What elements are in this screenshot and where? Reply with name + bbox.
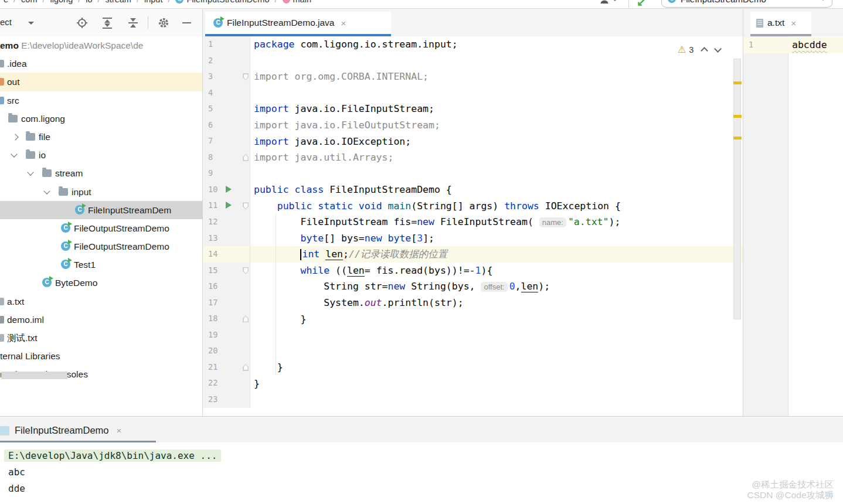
code-line-14[interactable]: 14 int len;//记录读取数据的位置 xyxy=(203,246,743,263)
panel-splitter[interactable] xyxy=(743,9,743,416)
code-line-2[interactable]: 2 xyxy=(203,53,743,69)
green-arrow-icon[interactable]: ↙ xyxy=(637,0,646,9)
code-line-8[interactable]: 8import java.util.Arrays; xyxy=(203,149,743,166)
tree-item-src[interactable]: src xyxy=(0,91,202,110)
console-tab[interactable]: FileInputStreamDemo × xyxy=(0,421,125,440)
horizontal-scrollbar[interactable] xyxy=(1,372,67,379)
code-editor[interactable]: 1package com.ligong.io.stream.input;23im… xyxy=(203,36,743,416)
close-icon[interactable]: × xyxy=(791,18,796,28)
code-line-17[interactable]: 17 System.out.println(str); xyxy=(203,295,743,311)
fold-marker-icon[interactable] xyxy=(243,73,249,80)
warning-stripe-mark[interactable] xyxy=(733,137,742,139)
fold-marker-icon[interactable] xyxy=(243,315,249,322)
breadcrumb-item[interactable]: CFileInputStreamDemo xyxy=(175,0,269,4)
previous-warning-icon[interactable] xyxy=(701,47,709,55)
settings-gear-icon[interactable] xyxy=(157,16,170,29)
code-line-7[interactable]: 7import java.io.IOException; xyxy=(203,133,743,149)
chevron-down-icon[interactable] xyxy=(43,188,50,194)
tree-item-out[interactable]: out xyxy=(0,73,202,91)
code-segment xyxy=(319,248,325,260)
tree-item-com-ligong[interactable]: com.ligong xyxy=(0,110,202,128)
divider xyxy=(628,0,629,8)
vertical-scrollbar[interactable] xyxy=(733,59,741,319)
tab-fileinputstreamdemo-java[interactable]: C FileInputStreamDemo.java × xyxy=(205,12,391,36)
fold-marker-icon[interactable] xyxy=(243,267,249,274)
breadcrumb-item[interactable]: stream xyxy=(106,0,131,4)
run-icon[interactable] xyxy=(226,186,232,193)
code-segment: len xyxy=(325,248,343,260)
chevron-right-icon[interactable] xyxy=(12,134,18,140)
breadcrumb-separator: / xyxy=(98,0,100,4)
chevron-down-icon[interactable] xyxy=(11,151,17,157)
code-line-21[interactable]: 21 } xyxy=(203,359,743,376)
tree-item-fileoutputstreamdemo[interactable]: CFileOutputStreamDemo xyxy=(0,237,202,256)
code-line-20[interactable]: 20 xyxy=(203,343,743,359)
tree-item-file[interactable]: file xyxy=(0,128,202,146)
tree-item--txt[interactable]: 测试.txt xyxy=(0,329,202,347)
code-line-6[interactable]: 6import java.io.FileOutputStream; xyxy=(203,117,743,134)
code-segment: String str= xyxy=(254,281,387,292)
breadcrumb-item[interactable]: e xyxy=(4,0,8,4)
tree-item-io[interactable]: io xyxy=(0,146,202,164)
tree-item-fileoutputstreamdemo[interactable]: CFileOutputStreamDemo xyxy=(0,219,202,237)
code-line-18[interactable]: 18 } xyxy=(203,311,743,327)
breadcrumb-separator: / xyxy=(168,0,170,4)
warning-stripe-mark[interactable] xyxy=(733,115,742,118)
breadcrumb-item[interactable]: main xyxy=(283,0,311,4)
code-segment: com.ligong.io.stream.input; xyxy=(295,39,458,50)
tree-item-demo-iml[interactable]: demo.iml xyxy=(0,311,202,329)
locate-file-icon[interactable] xyxy=(76,16,89,29)
breadcrumb-item[interactable]: ligong xyxy=(50,0,73,4)
tree-item--idea[interactable]: .idea xyxy=(0,55,202,73)
tab-a-txt[interactable]: a.txt × xyxy=(750,12,811,36)
code-line-4[interactable]: 4 xyxy=(203,85,743,101)
panel-splitter[interactable] xyxy=(202,9,203,416)
chevron-down-icon[interactable] xyxy=(28,22,34,25)
tree-item-bytedemo[interactable]: CByteDemo xyxy=(0,274,202,292)
console-output[interactable]: E:\develop\Java\jdk8\bin\java.exe ...abc… xyxy=(0,442,843,504)
next-warning-icon[interactable] xyxy=(715,45,722,53)
code-line-3[interactable]: 3import org.omg.CORBA.INTERNAL; xyxy=(203,69,743,85)
atxt-editor[interactable]: 1 abcdde xyxy=(743,36,843,416)
code-line-23[interactable]: 23 xyxy=(203,391,743,408)
tree-item-emo[interactable]: emo E:\develop\ideaWorkSpace\de xyxy=(0,36,202,55)
fold-marker-icon[interactable] xyxy=(243,202,249,209)
tree-item-fileinputstreamdem[interactable]: CFileInputStreamDem xyxy=(0,201,202,219)
code-line-13[interactable]: 13 byte[] bys=new byte[3]; xyxy=(203,230,743,247)
warning-stripe-mark[interactable] xyxy=(733,81,742,84)
expand-all-icon[interactable] xyxy=(101,16,114,29)
inspections-widget[interactable]: ⚠ 3 xyxy=(678,44,720,55)
close-icon[interactable]: × xyxy=(341,18,346,28)
code-line-11[interactable]: 11 public static void main(String[] args… xyxy=(203,197,743,214)
fold-marker-icon[interactable] xyxy=(243,154,249,161)
code-line-10[interactable]: 10public class FileInputStreamDemo { xyxy=(203,182,743,198)
tree-item-test1[interactable]: CTest1 xyxy=(0,256,202,274)
breadcrumb-item[interactable]: com xyxy=(21,0,37,4)
line-number: 2 xyxy=(203,53,220,69)
code-line-22[interactable]: 22} xyxy=(203,375,743,391)
run-configuration-select[interactable]: C FileInputStreamDemo xyxy=(661,0,832,8)
tree-item-input[interactable]: input xyxy=(0,183,202,201)
project-view-selector[interactable]: ect xyxy=(0,17,12,27)
run-icon[interactable] xyxy=(226,202,232,209)
code-line-12[interactable]: 12 FileInputStream fis=new FileInputStre… xyxy=(203,214,743,230)
code-line-1[interactable]: 1package com.ligong.io.stream.input; xyxy=(203,36,743,53)
breadcrumb-item[interactable]: io xyxy=(86,0,92,4)
fold-marker-icon[interactable] xyxy=(243,364,249,371)
chevron-down-icon[interactable] xyxy=(27,169,33,176)
close-icon[interactable]: × xyxy=(116,425,121,435)
tree-item-stream[interactable]: stream xyxy=(0,164,202,182)
code-line-15[interactable]: 15 while ((len= fis.read(bys))!=-1){ xyxy=(203,263,743,279)
breadcrumb-item[interactable]: input xyxy=(144,0,162,4)
user-account-button[interactable] xyxy=(599,0,618,5)
collapse-all-icon[interactable] xyxy=(127,16,140,29)
code-line-16[interactable]: 16 String str=new String(bys, offset:0,l… xyxy=(203,278,743,295)
code-segment: new byte xyxy=(365,233,411,244)
code-line-9[interactable]: 9 xyxy=(203,165,743,182)
tree-item-ternal-libraries[interactable]: ternal Libraries xyxy=(0,347,202,365)
hide-panel-icon[interactable] xyxy=(181,16,193,29)
code-line-5[interactable]: 5import java.io.FileInputStream; xyxy=(203,101,743,117)
code-line-19[interactable]: 19 xyxy=(203,327,743,343)
tree-item-a-txt[interactable]: a.txt xyxy=(0,292,202,311)
code-segment: java.io.IOException; xyxy=(289,136,412,147)
